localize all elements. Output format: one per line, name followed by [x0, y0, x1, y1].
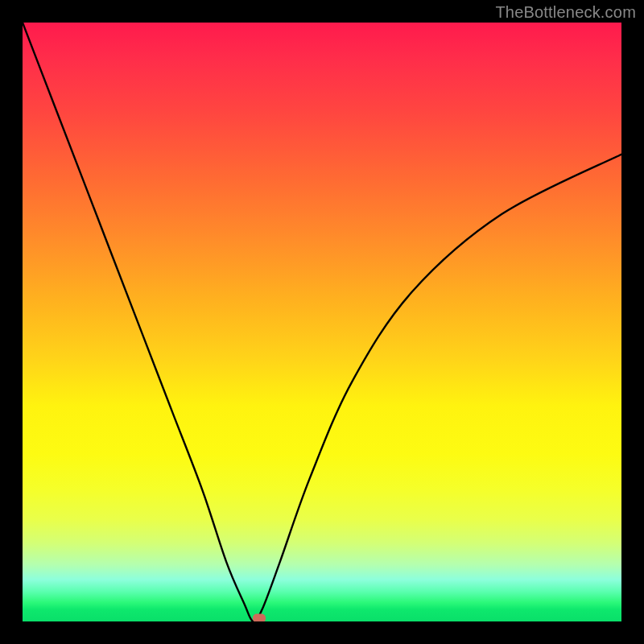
bottleneck-curve: [23, 23, 621, 621]
optimal-point-marker: [253, 614, 266, 621]
plot-area: [23, 23, 621, 621]
chart-frame: TheBottleneck.com: [0, 0, 644, 644]
watermark-text: TheBottleneck.com: [495, 3, 636, 22]
